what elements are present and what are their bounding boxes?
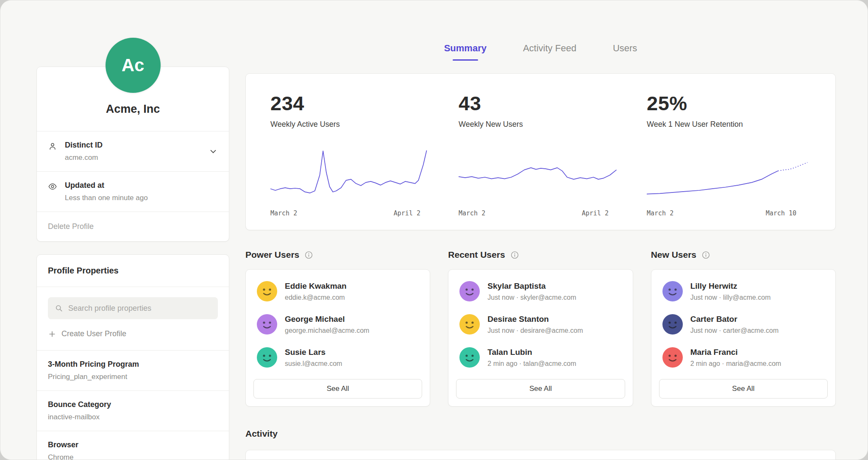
list-item[interactable]: Desirae Stanton Just now · desirare@acme… <box>448 308 632 341</box>
user-info: Maria Franci 2 min ago · maria@acme.com <box>690 348 782 368</box>
metric-weekly-new-users: 43 Weekly New Users March 2 April 2 <box>447 92 635 217</box>
see-all-button[interactable]: See All <box>456 379 625 399</box>
user-name: Susie Lars <box>285 348 342 357</box>
create-user-profile-button[interactable]: Create User Profile <box>37 319 229 350</box>
user-meta: Just now · carter@acme.com <box>690 327 779 335</box>
new-users-section: New Users Lilly Herwitz Just n <box>651 250 836 407</box>
property-row-pricing-program[interactable]: 3-Month Pricing Program Pricing_plan_exp… <box>37 350 229 390</box>
recent-users-card: Skylar Baptista Just now · skyler@acme.c… <box>448 269 633 407</box>
updated-at-value: Less than one minute ago <box>65 194 218 202</box>
list-item[interactable]: Talan Lubin 2 min ago · talan@acme.com <box>448 341 632 374</box>
user-meta: Just now · skyler@acme.com <box>487 294 576 301</box>
property-value: Pricing_plan_experiment <box>48 373 218 381</box>
axis-label-end: April 2 <box>394 209 420 217</box>
user-avatar <box>459 281 480 301</box>
user-name: Eddie Kwakman <box>285 282 347 291</box>
user-avatar <box>662 281 683 301</box>
recent-users-header: Recent Users <box>448 250 633 260</box>
chevron-down-icon[interactable] <box>209 141 218 158</box>
metric-weekly-active-users: 234 Weekly Active Users March 2 April 2 <box>259 92 447 217</box>
eye-icon <box>48 181 58 191</box>
metric-week1-retention: 25% Week 1 New User Retention March 2 Ma… <box>635 92 823 217</box>
updated-at-label: Updated at <box>65 181 218 190</box>
user-name: Carter Bator <box>690 315 779 324</box>
delete-profile-button[interactable]: Delete Profile <box>37 212 229 241</box>
see-all-button[interactable]: See All <box>659 379 828 399</box>
list-item[interactable]: Maria Franci 2 min ago · maria@acme.com <box>651 341 835 374</box>
updated-at-row: Updated at Less than one minute ago <box>37 171 229 212</box>
tab-users[interactable]: Users <box>613 43 637 61</box>
search-input[interactable] <box>68 304 211 313</box>
user-info: Talan Lubin 2 min ago · talan@acme.com <box>487 348 576 368</box>
tab-summary[interactable]: Summary <box>444 43 487 61</box>
user-name: George Michael <box>285 315 369 324</box>
power-users-card: Eddie Kwakman eddie.k@acme.com George Mi… <box>245 269 430 407</box>
sparkline-chart <box>270 148 435 203</box>
company-avatar: Ac <box>106 38 161 93</box>
property-row-browser[interactable]: Browser Chrome <box>37 431 229 460</box>
user-info: Lilly Herwitz Just now · lilly@acme.com <box>690 282 771 301</box>
activity-section-title: Activity <box>245 429 836 439</box>
new-users-header: New Users <box>651 250 836 260</box>
tab-bar: Summary Activity Feed Users <box>245 43 836 61</box>
list-item[interactable]: Susie Lars susie.l@acme.com <box>246 341 430 374</box>
user-meta: 2 min ago · talan@acme.com <box>487 360 576 368</box>
user-avatar <box>257 314 277 335</box>
metric-value: 25% <box>647 92 811 115</box>
tab-activity-feed[interactable]: Activity Feed <box>523 43 576 61</box>
power-users-header: Power Users <box>245 250 430 260</box>
main-content: Summary Activity Feed Users 234 Weekly A… <box>245 0 836 460</box>
see-all-button[interactable]: See All <box>253 379 422 399</box>
list-item[interactable]: George Michael george.michael@acme.com <box>246 308 430 341</box>
user-info: Susie Lars susie.l@acme.com <box>285 348 342 368</box>
user-meta: 2 min ago · maria@acme.com <box>690 360 782 368</box>
user-meta: eddie.k@acme.com <box>285 294 347 301</box>
axis-label-start: March 2 <box>647 209 673 217</box>
property-value: Chrome <box>48 453 218 460</box>
axis-label-end: March 10 <box>766 209 796 217</box>
property-row-bounce-category[interactable]: Bounce Category inactive-mailbox <box>37 390 229 431</box>
user-avatar <box>459 347 480 368</box>
search-icon <box>55 304 63 312</box>
user-avatar <box>257 347 277 368</box>
sparkline-chart <box>647 148 811 203</box>
property-value: inactive-mailbox <box>48 413 218 421</box>
distinct-id-value: acme.com <box>65 153 202 162</box>
chart-axis: March 2 April 2 <box>459 209 623 217</box>
list-item[interactable]: Eddie Kwakman eddie.k@acme.com <box>246 275 430 308</box>
sparkline-chart <box>459 148 623 203</box>
user-info: Skylar Baptista Just now · skyler@acme.c… <box>487 282 576 301</box>
list-item[interactable]: Lilly Herwitz Just now · lilly@acme.com <box>651 275 835 308</box>
chart-axis: March 2 April 2 <box>270 209 435 217</box>
metric-label: Week 1 New User Retention <box>647 120 811 129</box>
create-user-profile-label: Create User Profile <box>61 329 126 338</box>
axis-label-start: March 2 <box>270 209 297 217</box>
info-icon[interactable] <box>701 251 710 259</box>
user-avatar <box>662 314 683 335</box>
axis-label-start: March 2 <box>459 209 485 217</box>
user-name: Maria Franci <box>690 348 782 357</box>
distinct-id-main: Distinct ID acme.com <box>65 141 202 162</box>
metric-label: Weekly Active Users <box>270 120 435 129</box>
user-avatar <box>459 314 480 335</box>
recent-users-section: Recent Users Skylar Baptista J <box>448 250 633 407</box>
recent-users-title: Recent Users <box>448 250 505 260</box>
new-users-title: New Users <box>651 250 696 260</box>
info-icon[interactable] <box>304 251 313 259</box>
power-users-section: Power Users Eddie Kwakman eddi <box>245 250 430 407</box>
info-icon[interactable] <box>510 251 519 259</box>
list-item[interactable]: Skylar Baptista Just now · skyler@acme.c… <box>448 275 632 308</box>
metric-label: Weekly New Users <box>459 120 623 129</box>
user-avatar <box>662 347 683 368</box>
user-info: Desirae Stanton Just now · desirare@acme… <box>487 315 583 335</box>
user-name: Lilly Herwitz <box>690 282 771 291</box>
app-frame: Ac Acme, Inc Distinct ID acme.com <box>0 0 868 460</box>
user-meta: susie.l@acme.com <box>285 360 342 368</box>
user-meta: george.michael@acme.com <box>285 327 369 335</box>
distinct-id-row: Distinct ID acme.com <box>37 131 229 171</box>
metric-value: 43 <box>459 92 623 115</box>
new-users-card: Lilly Herwitz Just now · lilly@acme.com … <box>651 269 836 407</box>
list-item[interactable]: Carter Bator Just now · carter@acme.com <box>651 308 835 341</box>
person-icon <box>48 141 58 151</box>
profile-properties-title: Profile Properties <box>37 255 229 287</box>
